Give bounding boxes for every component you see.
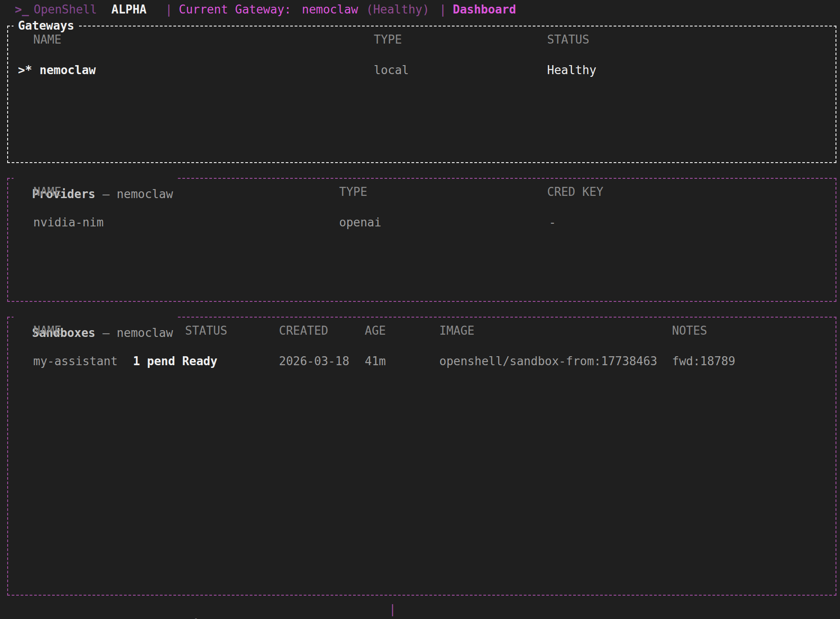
current-gateway-label: Current Gateway: [179,2,291,17]
top-bar-separator-2: | [439,2,447,17]
sandboxes-column-image: IMAGE [439,323,474,338]
providers-title-separator: — [102,187,110,201]
sandboxes-column-created: CREATED [279,323,328,338]
sandbox-notes-cell: fwd:18789 [672,354,735,369]
alpha-badge: ALPHA [111,2,146,17]
terminal-prompt-icon: >_ [15,2,29,17]
sandboxes-column-name: NAME [33,323,62,338]
gateway-name-cell: nemoclaw [40,62,96,78]
sandboxes-title-gateway: nemoclaw [117,326,173,340]
shortcut-switch-panel: [Tab]Switch Panel [15,601,170,619]
sandboxes-title-separator: — [102,326,110,340]
status-bar-separator: | [389,601,396,617]
shortcut-command: [:]Command [410,601,516,619]
gateway-type-cell: local [374,62,409,78]
provider-type-cell: openai [339,215,381,230]
provider-name-cell: nvidia-nim [33,215,104,230]
shortcut-select: [Enter]Select [273,601,400,619]
sandbox-status-cell: 1 pend Ready [133,354,217,369]
provider-credkey-cell: - [549,215,556,230]
gateways-panel [7,26,836,163]
sandbox-created-cell: 2026-03-18 [279,354,349,369]
providers-title-gateway: nemoclaw [117,187,173,201]
current-gateway-name: nemoclaw [302,2,358,17]
gateway-status-cell: Healthy [547,62,597,78]
providers-column-name: NAME [33,184,62,199]
shortcut-navigate: [j/k]Navigate [157,601,283,619]
app-name: OpenShell [34,2,97,17]
row-cursor-icon: >* [18,62,32,78]
dashboard-tab[interactable]: Dashboard [453,2,516,17]
gateways-column-status: STATUS [547,32,589,47]
sandboxes-column-notes: NOTES [672,323,707,338]
gateways-column-name: NAME [33,32,62,47]
shortcut-quit: [q]Quit [503,601,588,619]
gateways-panel-title: Gateways [13,18,79,34]
sandbox-name-cell: my-assistant [33,354,118,369]
sandboxes-column-status: STATUS [185,323,227,338]
sandboxes-column-age: AGE [365,323,386,338]
sandbox-image-cell: openshell/sandbox-from:17738463 [439,354,657,369]
gateways-column-type: TYPE [374,32,402,47]
providers-column-credkey: CRED KEY [547,184,603,199]
top-bar-separator: | [165,2,172,17]
sandbox-age-cell: 41m [365,354,386,369]
providers-column-type: TYPE [339,184,367,199]
gateway-health-status: (Healthy) [366,2,429,17]
